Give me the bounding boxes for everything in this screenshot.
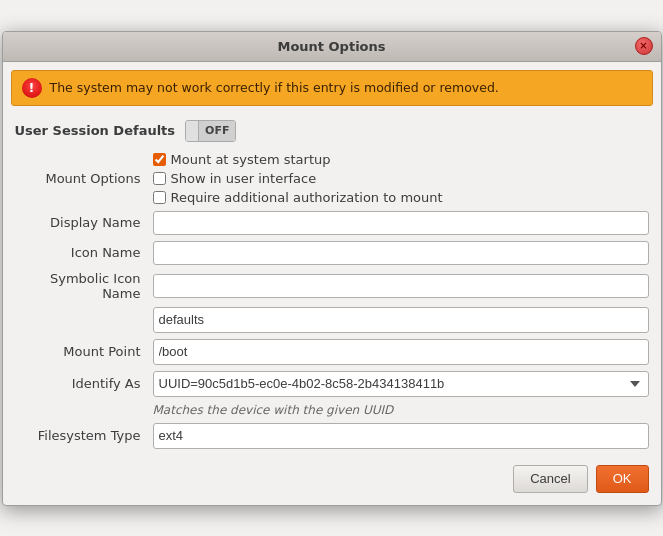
checkbox-ui-row[interactable]: Show in user interface [153, 171, 649, 186]
checkbox-startup-row[interactable]: Mount at system startup [153, 152, 649, 167]
filesystem-type-label: Filesystem Type [15, 428, 145, 443]
session-defaults-label: User Session Defaults [15, 123, 176, 138]
mount-options-window: Mount Options × ! The system may not wor… [2, 31, 662, 506]
display-name-label: Display Name [15, 215, 145, 230]
checkbox-startup-label: Mount at system startup [171, 152, 331, 167]
mount-point-input[interactable] [153, 339, 649, 365]
checkbox-ui-label: Show in user interface [171, 171, 317, 186]
toggle-on-side[interactable] [186, 121, 198, 141]
warning-icon: ! [22, 78, 42, 98]
checkbox-auth-label: Require additional authorization to moun… [171, 190, 443, 205]
titlebar: Mount Options × [3, 32, 661, 62]
mount-options-label: Mount Options [15, 171, 145, 186]
identify-as-label: Identify As [15, 376, 145, 391]
window-title: Mount Options [277, 39, 385, 54]
filesystem-type-input[interactable] [153, 423, 649, 449]
symbolic-icon-name-label: Symbolic Icon Name [15, 271, 145, 301]
button-row: Cancel OK [15, 459, 649, 493]
ok-button[interactable]: OK [596, 465, 649, 493]
mount-point-label: Mount Point [15, 344, 145, 359]
checkbox-startup[interactable] [153, 153, 166, 166]
checkbox-ui[interactable] [153, 172, 166, 185]
warning-text: The system may not work correctly if thi… [50, 80, 499, 95]
warning-bar: ! The system may not work correctly if t… [11, 70, 653, 106]
icon-name-label: Icon Name [15, 245, 145, 260]
identify-as-hint: Matches the device with the given UUID [153, 403, 649, 417]
identify-as-select[interactable]: UUID=90c5d1b5-ec0e-4b02-8c58-2b434138411… [153, 371, 649, 397]
icon-name-input[interactable] [153, 241, 649, 265]
checkbox-auth-row[interactable]: Require additional authorization to moun… [153, 190, 649, 205]
close-button[interactable]: × [635, 37, 653, 55]
session-defaults-row: User Session Defaults OFF [15, 120, 649, 142]
cancel-button[interactable]: Cancel [513, 465, 587, 493]
form-content: User Session Defaults OFF Mount Options … [3, 114, 661, 505]
checkbox-auth[interactable] [153, 191, 166, 204]
toggle-off-side[interactable]: OFF [198, 121, 235, 141]
symbolic-icon-name-input[interactable] [153, 274, 649, 298]
toggle-switch[interactable]: OFF [185, 120, 236, 142]
display-name-input[interactable] [153, 211, 649, 235]
checkboxes-group: Mount at system startup Show in user int… [153, 152, 649, 205]
defaults-input[interactable] [153, 307, 649, 333]
form-grid: Mount Options Mount at system startup Sh… [15, 152, 649, 449]
